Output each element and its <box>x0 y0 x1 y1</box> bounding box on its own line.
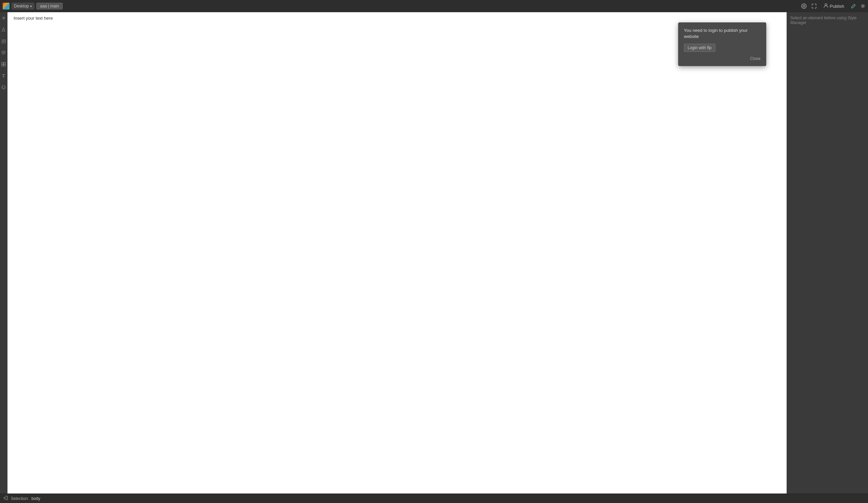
publish-label: Publish <box>830 4 844 9</box>
login-ftp-button[interactable]: Login with ftp <box>684 44 715 52</box>
publish-button[interactable]: Publish <box>822 3 846 10</box>
settings-icon[interactable] <box>1 84 7 90</box>
svg-point-3 <box>862 6 864 7</box>
svg-point-2 <box>825 4 827 6</box>
canvas-placeholder: Insert your text here <box>13 15 53 21</box>
fullscreen-icon[interactable] <box>812 3 817 9</box>
preview-icon[interactable] <box>801 3 807 9</box>
left-sidebar <box>0 12 8 493</box>
layers-icon[interactable] <box>1 50 7 55</box>
publish-user-icon <box>824 3 828 9</box>
popup-footer: Close <box>684 56 761 61</box>
bottombar: Selection: body <box>0 493 868 503</box>
svg-point-0 <box>802 4 806 9</box>
canvas[interactable]: Insert your text here <box>8 12 787 493</box>
canvas-container: Insert your text here <box>8 12 787 493</box>
style-manager-hint: Select an element before using Style Man… <box>790 15 865 25</box>
svg-rect-8 <box>4 64 6 66</box>
svg-rect-5 <box>2 62 3 64</box>
selection-label: Selection: <box>11 496 29 501</box>
main-layout: Insert your text here Select an element … <box>0 12 868 493</box>
page-tab[interactable]: aaa | main <box>36 3 63 10</box>
right-sidebar: Select an element before using Style Man… <box>787 12 868 493</box>
device-selector[interactable]: Desktop ▾ <box>11 3 34 10</box>
pages-icon[interactable] <box>1 38 7 44</box>
publish-popup: You need to login to publish your websit… <box>678 22 766 66</box>
components-icon[interactable] <box>1 61 7 67</box>
close-button[interactable]: Close <box>750 56 761 61</box>
shapes-icon[interactable] <box>1 27 7 33</box>
svg-rect-6 <box>4 62 6 64</box>
selection-value: body <box>32 496 40 501</box>
popup-message: You need to login to publish your websit… <box>684 28 761 40</box>
pencil-icon[interactable] <box>851 4 856 9</box>
gear-icon[interactable] <box>860 4 865 9</box>
chevron-down-icon: ▾ <box>30 4 32 8</box>
topbar: Desktop ▾ aaa | main Publish <box>0 0 868 12</box>
topbar-icons: Publish <box>801 3 865 10</box>
exit-editor-icon[interactable] <box>3 495 8 501</box>
device-label: Desktop <box>14 4 29 9</box>
svg-rect-7 <box>2 64 3 66</box>
typography-icon[interactable] <box>1 73 7 78</box>
add-icon[interactable] <box>1 15 7 21</box>
svg-point-1 <box>803 5 805 7</box>
logo-icon <box>3 3 10 10</box>
